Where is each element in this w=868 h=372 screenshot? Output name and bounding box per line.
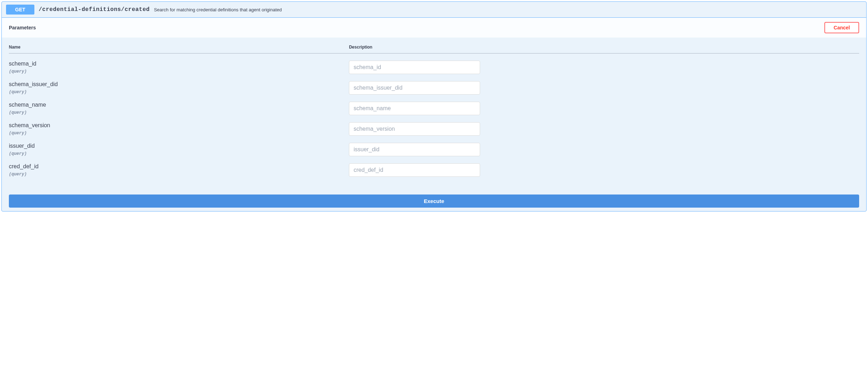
param-input-issuer-did[interactable]: [349, 143, 480, 156]
method-badge: GET: [6, 5, 34, 15]
param-input-schema-issuer-did[interactable]: [349, 81, 480, 95]
param-in: (query): [9, 172, 349, 177]
column-description-header: Description: [349, 45, 859, 50]
table-head: Name Description: [9, 45, 859, 53]
param-input-schema-id[interactable]: [349, 61, 480, 74]
param-name: schema_id: [9, 61, 349, 67]
param-name-col: issuer_did (query): [9, 143, 349, 156]
param-desc-col: [349, 61, 859, 74]
param-name-col: schema_version (query): [9, 122, 349, 136]
param-name-col: schema_name (query): [9, 102, 349, 115]
param-row-schema-issuer-did: schema_issuer_did (query): [9, 78, 859, 98]
param-row-schema-name: schema_name (query): [9, 98, 859, 119]
param-name: schema_issuer_did: [9, 81, 349, 88]
column-name-header: Name: [9, 45, 349, 50]
param-row-cred-def-id: cred_def_id (query): [9, 160, 859, 180]
param-name-col: schema_issuer_did (query): [9, 81, 349, 95]
operation-body: Parameters Cancel Name Description schem…: [2, 17, 866, 211]
operation-description: Search for matching credential definitio…: [154, 7, 282, 12]
param-desc-col: [349, 163, 859, 177]
operation-path: /credential-definitions/created: [39, 6, 150, 13]
parameters-title: Parameters: [9, 25, 36, 30]
param-desc-col: [349, 81, 859, 95]
cancel-button[interactable]: Cancel: [824, 22, 859, 33]
operation-block: GET /credential-definitions/created Sear…: [1, 1, 867, 212]
param-name: issuer_did: [9, 143, 349, 149]
param-in: (query): [9, 131, 349, 136]
param-desc-col: [349, 122, 859, 136]
param-in: (query): [9, 151, 349, 156]
param-row-schema-version: schema_version (query): [9, 119, 859, 139]
param-input-schema-name[interactable]: [349, 102, 480, 115]
param-in: (query): [9, 90, 349, 95]
param-name: cred_def_id: [9, 163, 349, 170]
operation-summary[interactable]: GET /credential-definitions/created Sear…: [2, 2, 866, 17]
execute-button[interactable]: Execute: [9, 195, 859, 208]
param-desc-col: [349, 143, 859, 156]
param-in: (query): [9, 110, 349, 115]
parameters-header: Parameters Cancel: [2, 18, 866, 38]
param-desc-col: [349, 102, 859, 115]
param-name: schema_name: [9, 102, 349, 108]
execute-wrapper: Execute: [2, 187, 866, 211]
param-name-col: cred_def_id (query): [9, 163, 349, 177]
parameters-table: Name Description schema_id (query) schem…: [2, 38, 866, 187]
param-name: schema_version: [9, 122, 349, 129]
param-row-issuer-did: issuer_did (query): [9, 139, 859, 160]
param-name-col: schema_id (query): [9, 61, 349, 74]
param-input-cred-def-id[interactable]: [349, 163, 480, 177]
param-row-schema-id: schema_id (query): [9, 57, 859, 78]
param-input-schema-version[interactable]: [349, 122, 480, 136]
param-in: (query): [9, 69, 349, 74]
